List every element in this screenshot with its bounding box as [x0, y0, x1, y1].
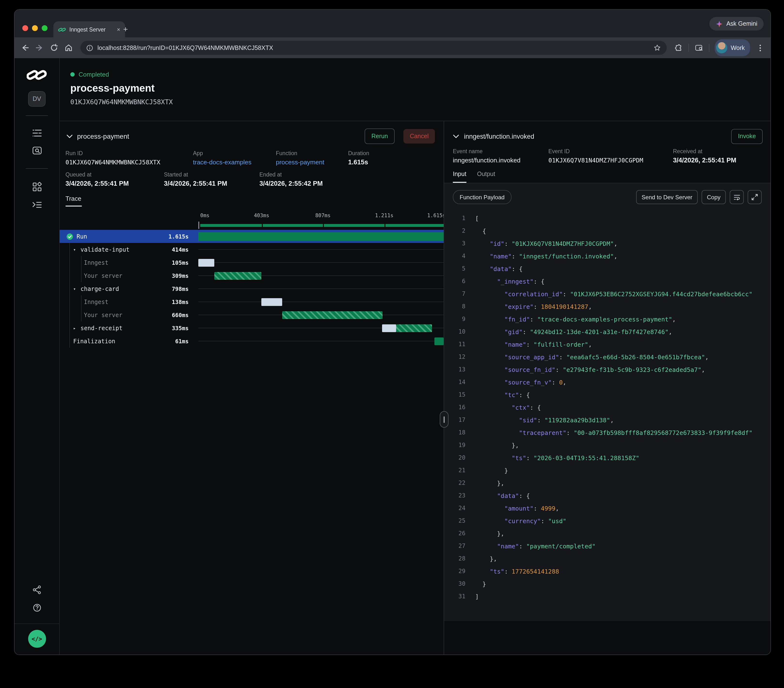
- trace-row-duration: 61ms: [145, 338, 198, 344]
- timeline-overview-bar: [200, 224, 444, 227]
- new-tab-button[interactable]: +: [123, 25, 128, 35]
- trace-row-validate-input[interactable]: ▾validate-input414ms: [59, 243, 444, 256]
- code-token: "ts": [475, 568, 504, 575]
- line-number: 11: [453, 341, 466, 347]
- function-payload-badge[interactable]: Function Payload: [453, 190, 511, 204]
- code-token: "currency": [475, 517, 541, 524]
- browser-tab[interactable]: Inngest Server ×: [53, 21, 125, 37]
- code-token: "ts": [475, 454, 526, 461]
- line-number: 31: [453, 593, 466, 600]
- home-button[interactable]: [64, 43, 73, 53]
- trace-row-charge-card[interactable]: ▾charge-card798ms: [59, 282, 444, 295]
- trace-row-duration: 798ms: [145, 285, 198, 292]
- help-icon[interactable]: [32, 603, 41, 612]
- trace-row-inngest[interactable]: Inngest138ms: [59, 295, 444, 308]
- code-text: "source_app_id": "eea6afc5-e66d-5b26-850…: [475, 353, 708, 360]
- code-line: 12 "source_app_id": "eea6afc5-e66d-5b26-…: [453, 351, 762, 363]
- tab-output[interactable]: Output: [477, 171, 495, 183]
- ask-gemini-button[interactable]: Ask Gemini: [709, 17, 764, 31]
- trace-row-label-cell: Your server: [59, 311, 145, 318]
- tab-input[interactable]: Input: [453, 171, 466, 183]
- app-badge[interactable]: DV: [28, 91, 46, 107]
- trace-row-inngest[interactable]: Inngest105ms: [59, 256, 444, 269]
- code-text: [: [475, 214, 479, 222]
- invoke-button[interactable]: Invoke: [731, 129, 763, 144]
- trace-row-your-server[interactable]: Your server660ms: [59, 308, 444, 321]
- code-token: : {: [512, 265, 523, 272]
- back-button[interactable]: [20, 43, 30, 53]
- tab-close-icon[interactable]: ×: [117, 26, 120, 32]
- cancel-button[interactable]: Cancel: [404, 129, 435, 143]
- trace-row-track: [198, 230, 444, 243]
- code-token: "name": [475, 542, 519, 550]
- trace-row-your-server[interactable]: Your server309ms: [59, 269, 444, 282]
- code-line: 30 }: [453, 578, 762, 590]
- event-search-icon[interactable]: [32, 146, 42, 155]
- event-payload-section: Function Payload Send to Dev Server Copy: [444, 183, 771, 621]
- code-token: :: [530, 315, 537, 323]
- trace-row-run[interactable]: Run1.615s: [59, 230, 444, 243]
- tab-trace[interactable]: Trace: [59, 195, 82, 207]
- chevron-down-icon[interactable]: ▾: [73, 247, 81, 252]
- code-token: 1772654141288: [512, 568, 559, 575]
- address-bar[interactable]: localhost:8288/run?runID=01KJX6Q7W64NMKM…: [81, 41, 667, 55]
- line-number: 18: [453, 429, 466, 436]
- chevron-down-icon[interactable]: [453, 134, 459, 138]
- code-text: "source_fn_v": 0,: [475, 379, 566, 386]
- copy-button[interactable]: Copy: [702, 190, 726, 204]
- app-link[interactable]: trace-docs-examples: [193, 158, 276, 166]
- word-wrap-icon[interactable]: [730, 190, 744, 204]
- extensions-icon[interactable]: [674, 43, 683, 53]
- ask-gemini-label: Ask Gemini: [726, 20, 757, 27]
- rail-divider: [26, 168, 48, 169]
- code-text: "fn_id": "trace-docs-examples-process-pa…: [475, 315, 676, 323]
- forward-button[interactable]: [35, 43, 44, 53]
- functions-terminal-icon[interactable]: [32, 201, 42, 209]
- apps-icon[interactable]: [32, 182, 42, 192]
- site-info-icon[interactable]: [86, 44, 93, 51]
- code-token: ,: [705, 353, 708, 360]
- zoom-window-button[interactable]: [42, 25, 48, 31]
- trace-row-track: [198, 282, 444, 295]
- trace-panel: process-payment Rerun Cancel Run ID 01KJ…: [59, 121, 444, 655]
- toolbar-separator: [709, 44, 709, 52]
- search-tabs-icon[interactable]: [694, 43, 703, 53]
- event-fields: Event name inngest/function.invoked Even…: [444, 148, 771, 164]
- code-text: },: [475, 530, 504, 537]
- trace-row-send-receipt[interactable]: ▸send-receipt335ms: [59, 321, 444, 334]
- rail-bottom: </>: [15, 624, 59, 655]
- runs-list-icon[interactable]: [32, 129, 42, 137]
- line-number: 24: [453, 505, 466, 512]
- expand-icon[interactable]: [748, 190, 762, 204]
- line-number: 10: [453, 328, 466, 335]
- chevron-down-icon[interactable]: ▾: [73, 286, 81, 291]
- function-link[interactable]: process-payment: [276, 158, 348, 166]
- browser-menu-icon[interactable]: [755, 43, 764, 53]
- minimize-window-button[interactable]: [32, 25, 38, 31]
- trace-row-finalization[interactable]: Finalization61ms: [59, 334, 444, 347]
- close-window-button[interactable]: [22, 25, 28, 31]
- code-text: "sid": "119282aa29b3d138",: [475, 416, 614, 423]
- bookmark-star-icon[interactable]: [654, 44, 661, 51]
- reload-button[interactable]: [49, 43, 59, 53]
- page-title: process-payment: [70, 82, 771, 94]
- url-text[interactable]: localhost:8288/run?runID=01KJX6Q7W64NMKM…: [97, 44, 649, 51]
- chevron-down-icon[interactable]: [66, 134, 73, 138]
- rerun-button[interactable]: Rerun: [365, 128, 395, 144]
- span-bar-hatch: [396, 324, 432, 332]
- panel-resize-handle[interactable]: [440, 411, 448, 428]
- payload-code-editor[interactable]: 1[2 {3 "id": "01KJX6Q7V81N4DMZ7HFJ0CGPDM…: [453, 212, 762, 602]
- share-icon[interactable]: [32, 585, 41, 594]
- dev-code-button[interactable]: </>: [28, 630, 46, 648]
- run-times: Queued at 3/4/2026, 2:55:41 PM Started a…: [59, 172, 444, 187]
- line-number: 9: [453, 316, 466, 323]
- send-to-dev-server-button[interactable]: Send to Dev Server: [636, 190, 698, 204]
- inngest-logo-icon[interactable]: [27, 68, 47, 81]
- line-number: 30: [453, 580, 466, 587]
- code-line: 1[: [453, 212, 762, 224]
- code-text: "traceparent": "00-a073fb598bfff8af82956…: [475, 429, 753, 436]
- code-token: ,: [614, 240, 618, 247]
- trace-row-track: [198, 321, 444, 334]
- profile-button[interactable]: Work: [715, 39, 750, 56]
- chevron-right-icon[interactable]: ▸: [73, 326, 81, 331]
